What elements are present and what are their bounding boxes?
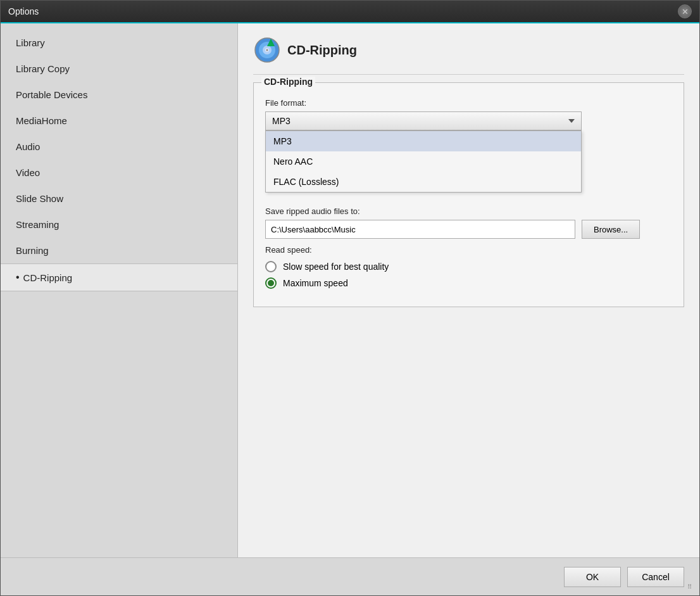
save-path-input[interactable] bbox=[265, 220, 575, 239]
radio-max-label: Maximum speed bbox=[283, 278, 348, 288]
radio-slow-label: Slow speed for best quality bbox=[283, 262, 389, 272]
panel-title: CD-Ripping bbox=[287, 43, 357, 58]
read-speed-radio-group: Slow speed for best quality Maximum spee… bbox=[265, 261, 672, 289]
sidebar-item-label: Burning bbox=[16, 245, 49, 256]
file-format-label: File format: bbox=[265, 98, 672, 108]
save-path-label: Save ripped audio files to: bbox=[265, 206, 672, 216]
sidebar-item-streaming[interactable]: Streaming bbox=[1, 212, 237, 238]
content-area: Library Library Copy Portable Devices Me… bbox=[1, 23, 699, 557]
resize-handle: ⠿ bbox=[687, 583, 692, 590]
section-label: CD-Ripping bbox=[261, 77, 315, 87]
format-option-mp3[interactable]: MP3 bbox=[266, 131, 581, 151]
radio-slow-row: Slow speed for best quality bbox=[265, 261, 672, 272]
radio-slow-button[interactable] bbox=[265, 261, 277, 272]
sidebar-item-slide-show[interactable]: Slide Show bbox=[1, 186, 237, 212]
sidebar-item-label: Slide Show bbox=[16, 193, 63, 204]
sidebar-item-label: CD-Ripping bbox=[23, 272, 73, 283]
file-format-selected-value: MP3 bbox=[272, 116, 291, 126]
sidebar-item-audio[interactable]: Audio bbox=[1, 134, 237, 160]
sidebar: Library Library Copy Portable Devices Me… bbox=[1, 23, 238, 557]
browse-button[interactable]: Browse... bbox=[582, 220, 640, 239]
dropdown-arrow-icon bbox=[568, 119, 575, 123]
file-format-dropdown-list: MP3 Nero AAC FLAC (Lossless) bbox=[265, 130, 582, 193]
header-divider bbox=[253, 74, 684, 75]
sidebar-item-label: Library Copy bbox=[16, 63, 70, 74]
sidebar-item-cd-ripping[interactable]: • CD-Ripping bbox=[1, 263, 237, 291]
sidebar-item-label: Audio bbox=[16, 141, 40, 152]
sidebar-item-label: MediaHome bbox=[16, 115, 67, 126]
sidebar-item-mediahome[interactable]: MediaHome bbox=[1, 108, 237, 134]
main-panel: CD-Ripping CD-Ripping File format: MP3 M… bbox=[238, 23, 699, 557]
radio-max-row: Maximum speed bbox=[265, 277, 672, 289]
footer: OK Cancel ⠿ bbox=[1, 557, 699, 595]
titlebar-title: Options bbox=[8, 6, 39, 16]
sidebar-item-burning[interactable]: Burning bbox=[1, 238, 237, 263]
svg-point-4 bbox=[266, 49, 268, 51]
cd-ripping-section: CD-Ripping File format: MP3 MP3 Nero AAC… bbox=[253, 82, 684, 307]
save-path-row: Browse... bbox=[265, 220, 672, 239]
sidebar-item-library[interactable]: Library bbox=[1, 30, 237, 56]
sidebar-item-library-copy[interactable]: Library Copy bbox=[1, 56, 237, 82]
read-speed-label: Read speed: bbox=[265, 245, 672, 255]
sidebar-item-label: Streaming bbox=[16, 219, 59, 230]
format-option-nero-aac[interactable]: Nero AAC bbox=[266, 151, 581, 172]
panel-header: CD-Ripping bbox=[253, 36, 684, 64]
file-format-select-wrapper: MP3 MP3 Nero AAC FLAC (Lossless) bbox=[265, 111, 582, 130]
format-option-flac[interactable]: FLAC (Lossless) bbox=[266, 172, 581, 192]
sidebar-item-portable-devices[interactable]: Portable Devices bbox=[1, 82, 237, 108]
ok-button[interactable]: OK bbox=[564, 567, 621, 587]
close-button[interactable]: ✕ bbox=[678, 4, 692, 18]
titlebar: Options ✕ bbox=[1, 1, 699, 23]
sidebar-item-label: Library bbox=[16, 37, 45, 48]
cd-ripping-icon bbox=[253, 36, 281, 64]
cancel-button[interactable]: Cancel bbox=[627, 567, 684, 587]
sidebar-item-label: Portable Devices bbox=[16, 89, 87, 100]
active-bullet: • bbox=[16, 272, 20, 283]
radio-dot bbox=[268, 280, 274, 286]
sidebar-item-label: Video bbox=[16, 167, 40, 178]
dialog-window: Options ✕ Library Library Copy Portable … bbox=[0, 0, 700, 596]
file-format-dropdown[interactable]: MP3 bbox=[265, 111, 582, 130]
radio-max-button[interactable] bbox=[265, 277, 277, 289]
sidebar-item-video[interactable]: Video bbox=[1, 160, 237, 186]
